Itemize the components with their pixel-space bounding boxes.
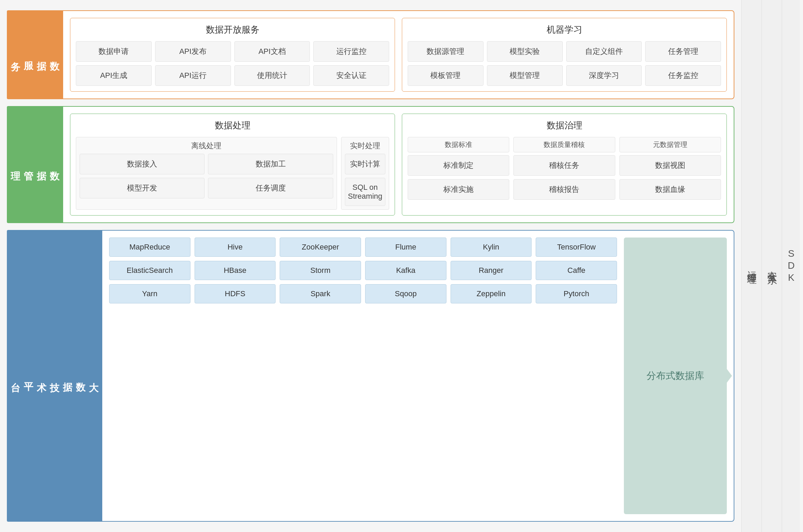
tech-btn-yarn[interactable]: Yarn — [109, 284, 190, 303]
data-governance-section: 数据治理 数据标准 标准制定 标准实施 数据质量稽核 稽核 — [402, 114, 727, 216]
open-service-title: 数据开放服务 — [76, 24, 389, 36]
standards-btn-2[interactable]: 标准实施 — [408, 179, 509, 200]
ml-section: 机器学习 数据源管理 模型实验 自定义组件 任务管理 模板管理 模型管理 深度学… — [402, 18, 727, 92]
realtime-section: 实时处理 实时计算 SQL on Streaming — [341, 137, 389, 210]
open-service-btn-7[interactable]: 使用统计 — [234, 65, 310, 86]
data-service-layer: 数据服务 数据开放服务 数据申请 API发布 API文档 运行监控 API生成 … — [7, 10, 734, 99]
ml-btn-7[interactable]: 深度学习 — [566, 65, 642, 86]
tech-btn-spark[interactable]: Spark — [280, 284, 361, 303]
big-data-body: MapReduce Hive ZooKeeper Flume Kylin Ten… — [102, 230, 734, 522]
offline-btn-2[interactable]: 数据加工 — [208, 154, 333, 174]
open-service-btn-2[interactable]: API发布 — [155, 41, 231, 62]
offline-btn-4[interactable]: 任务调度 — [208, 178, 333, 198]
open-service-btn-4[interactable]: 运行监控 — [313, 41, 389, 62]
tech-btn-ranger[interactable]: Ranger — [451, 261, 532, 280]
standards-btn-1[interactable]: 标准制定 — [408, 155, 509, 176]
data-processing-section: 数据处理 离线处理 数据接入 数据加工 模型开发 任务调度 — [70, 114, 395, 216]
ml-btn-8[interactable]: 任务监控 — [645, 65, 721, 86]
metadata-col: 元数据管理 数据视图 数据血缘 — [619, 137, 721, 200]
quality-btn-2[interactable]: 稽核报告 — [513, 179, 615, 200]
data-governance-title: 数据治理 — [408, 119, 721, 131]
distributed-db-label: 分布式数据库 — [647, 369, 704, 382]
tech-btn-zeppelin[interactable]: Zeppelin — [451, 284, 532, 303]
big-data-layer: 大数据技术平台 MapReduce Hive ZooKeeper Flume K… — [7, 230, 734, 522]
right-sidebars: 运维管理 安全体系 SDK — [741, 0, 803, 532]
tech-btn-mapreduce[interactable]: MapReduce — [109, 238, 190, 257]
big-data-label: 大数据技术平台 — [7, 230, 102, 522]
tech-btn-flume[interactable]: Flume — [365, 238, 446, 257]
tech-btn-caffe[interactable]: Caffe — [536, 261, 617, 280]
realtime-btn-2[interactable]: SQL on Streaming — [345, 178, 385, 206]
sidebar-security: 安全体系 — [761, 0, 782, 532]
open-service-btn-5[interactable]: API生成 — [76, 65, 152, 86]
open-service-btn-8[interactable]: 安全认证 — [313, 65, 389, 86]
quality-btn-1[interactable]: 稽核任务 — [513, 155, 615, 176]
ml-btn-2[interactable]: 模型实验 — [487, 41, 563, 62]
sidebar-sdk-label: SDK — [785, 248, 796, 284]
quality-col: 数据质量稽核 稽核任务 稽核报告 — [513, 137, 615, 200]
tech-btn-kylin[interactable]: Kylin — [451, 238, 532, 257]
quality-title: 数据质量稽核 — [513, 137, 615, 152]
offline-title: 离线处理 — [80, 141, 333, 151]
sidebar-sdk: SDK — [782, 0, 800, 532]
ml-btn-5[interactable]: 模板管理 — [408, 65, 484, 86]
sidebar-security-label: 安全体系 — [765, 263, 778, 269]
tech-btn-storm[interactable]: Storm — [280, 261, 361, 280]
data-service-body: 数据开放服务 数据申请 API发布 API文档 运行监控 API生成 API运行… — [62, 10, 734, 99]
distributed-db-section: 分布式数据库 — [624, 238, 727, 514]
tech-btn-hbase[interactable]: HBase — [195, 261, 276, 280]
offline-btn-3[interactable]: 模型开发 — [80, 178, 205, 198]
open-service-btn-6[interactable]: API运行 — [155, 65, 231, 86]
offline-btn-1[interactable]: 数据接入 — [80, 154, 205, 174]
tech-btn-kafka[interactable]: Kafka — [365, 261, 446, 280]
ml-btn-3[interactable]: 自定义组件 — [566, 41, 642, 62]
tech-btn-tensorflow[interactable]: TensorFlow — [536, 238, 617, 257]
metadata-btn-2[interactable]: 数据血缘 — [619, 179, 721, 200]
tech-btn-hive[interactable]: Hive — [195, 238, 276, 257]
data-mgmt-layer: 数据管理 数据处理 离线处理 数据接入 数据加工 模型开发 任务调度 — [7, 106, 734, 223]
ml-btn-4[interactable]: 任务管理 — [645, 41, 721, 62]
tech-btn-sqoop[interactable]: Sqoop — [365, 284, 446, 303]
realtime-btn-1[interactable]: 实时计算 — [345, 154, 385, 174]
data-mgmt-label: 数据管理 — [7, 106, 62, 223]
ml-btn-1[interactable]: 数据源管理 — [408, 41, 484, 62]
metadata-btn-1[interactable]: 数据视图 — [619, 155, 721, 176]
sidebar-ops: 运维管理 — [741, 0, 761, 532]
ml-title: 机器学习 — [408, 24, 721, 36]
realtime-title: 实时处理 — [345, 141, 385, 151]
metadata-title: 元数据管理 — [619, 137, 721, 152]
tech-btn-zookeeper[interactable]: ZooKeeper — [280, 238, 361, 257]
data-processing-title: 数据处理 — [76, 119, 389, 131]
offline-section: 离线处理 数据接入 数据加工 模型开发 任务调度 — [76, 137, 337, 210]
tech-btn-hdfs[interactable]: HDFS — [195, 284, 276, 303]
data-service-label: 数据服务 — [7, 10, 62, 99]
open-service-section: 数据开放服务 数据申请 API发布 API文档 运行监控 API生成 API运行… — [70, 18, 395, 92]
tech-grid: MapReduce Hive ZooKeeper Flume Kylin Ten… — [109, 238, 617, 514]
tech-btn-pytorch[interactable]: Pytorch — [536, 284, 617, 303]
sidebar-ops-label: 运维管理 — [745, 263, 758, 269]
standards-col: 数据标准 标准制定 标准实施 — [408, 137, 509, 200]
ml-btn-6[interactable]: 模型管理 — [487, 65, 563, 86]
standards-title: 数据标准 — [408, 137, 509, 152]
open-service-btn-1[interactable]: 数据申请 — [76, 41, 152, 62]
tech-btn-elasticsearch[interactable]: ElasticSearch — [109, 261, 190, 280]
data-mgmt-body: 数据处理 离线处理 数据接入 数据加工 模型开发 任务调度 — [62, 106, 734, 223]
open-service-btn-3[interactable]: API文档 — [234, 41, 310, 62]
